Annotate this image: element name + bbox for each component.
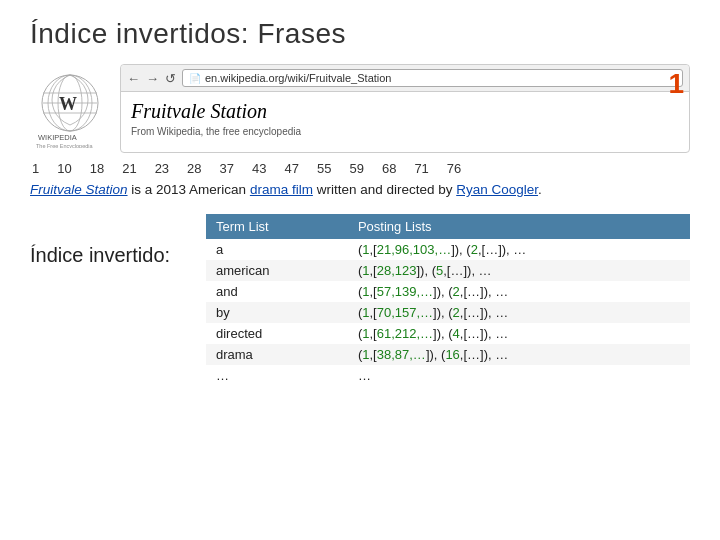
forward-button[interactable]: → (146, 71, 159, 86)
browser-content: Fruitvale Station From Wikipedia, the fr… (121, 92, 689, 152)
num-1: 1 (32, 161, 39, 176)
svg-text:W: W (59, 94, 77, 114)
wiki-article-subtitle: From Wikipedia, the free encyclopedia (131, 126, 679, 137)
table-row: american(1,[28,123]), (5,[…]), … (206, 260, 690, 281)
posting-cell: … (348, 365, 690, 386)
col-posting-lists: Posting Lists (348, 214, 690, 239)
num-37: 37 (220, 161, 234, 176)
term-cell: drama (206, 344, 348, 365)
position-numbers: 1 10 18 21 23 28 37 43 47 55 59 68 71 76 (30, 161, 690, 176)
num-18: 18 (90, 161, 104, 176)
num-47: 47 (285, 161, 299, 176)
posting-cell: (1,[28,123]), (5,[…]), … (348, 260, 690, 281)
num-55: 55 (317, 161, 331, 176)
num-43: 43 (252, 161, 266, 176)
num-10: 10 (57, 161, 71, 176)
browser-toolbar: ← → ↺ 📄 en.wikipedia.org/wiki/Fruitvale_… (121, 65, 689, 92)
back-button[interactable]: ← (127, 71, 140, 86)
browser-window: ← → ↺ 📄 en.wikipedia.org/wiki/Fruitvale_… (120, 64, 690, 153)
num-21: 21 (122, 161, 136, 176)
fruitvale-sentence: Fruitvale Station is a 2013 American dra… (30, 180, 690, 200)
term-cell: and (206, 281, 348, 302)
inverted-index-table: Term List Posting Lists a(1,[21,96,103,…… (206, 214, 690, 386)
num-59: 59 (349, 161, 363, 176)
term-cell: … (206, 365, 348, 386)
posting-cell: (1,[21,96,103,…]), (2,[…]), … (348, 239, 690, 260)
sentence-suffix: . (538, 182, 542, 197)
table-row: by(1,[70,157,…]), (2,[…]), … (206, 302, 690, 323)
wikipedia-logo: W WIKIPEDIA The Free Encyclopedia (30, 68, 110, 148)
term-cell: directed (206, 323, 348, 344)
num-76: 76 (447, 161, 461, 176)
num-68: 68 (382, 161, 396, 176)
sentence-mid1: is a 2013 American (128, 182, 250, 197)
url-bar[interactable]: 📄 en.wikipedia.org/wiki/Fruitvale_Statio… (182, 69, 683, 87)
posting-cell: (1,[57,139,…]), (2,[…]), … (348, 281, 690, 302)
svg-text:WIKIPEDIA: WIKIPEDIA (38, 133, 77, 142)
wiki-article-title: Fruitvale Station (131, 100, 679, 123)
posting-cell: (1,[70,157,…]), (2,[…]), … (348, 302, 690, 323)
term-cell: by (206, 302, 348, 323)
term-cell: a (206, 239, 348, 260)
sentence-mid2: written and directed by (313, 182, 456, 197)
num-71: 71 (414, 161, 428, 176)
url-text: en.wikipedia.org/wiki/Fruitvale_Station (205, 72, 391, 84)
drama-film-link[interactable]: drama film (250, 182, 313, 197)
term-cell: american (206, 260, 348, 281)
table-row: and(1,[57,139,…]), (2,[…]), … (206, 281, 690, 302)
page-title: Índice invertidos: Frases (30, 18, 690, 50)
col-term-list: Term List (206, 214, 348, 239)
ryan-coogler-link[interactable]: Ryan Coogler (456, 182, 538, 197)
num-28: 28 (187, 161, 201, 176)
svg-text:The Free Encyclopedia: The Free Encyclopedia (36, 143, 93, 148)
table-row: directed(1,[61,212,…]), (4,[…]), … (206, 323, 690, 344)
table-row: a(1,[21,96,103,…]), (2,[…]), … (206, 239, 690, 260)
refresh-button[interactable]: ↺ (165, 71, 176, 86)
posting-cell: (1,[61,212,…]), (4,[…]), … (348, 323, 690, 344)
indice-invertido-label: Índice invertido: (30, 244, 190, 267)
slide-number: 1 (668, 68, 684, 100)
table-row: drama(1,[38,87,…]), (16,[…]), … (206, 344, 690, 365)
url-favicon: 📄 (189, 73, 201, 84)
table-row: …… (206, 365, 690, 386)
posting-cell: (1,[38,87,…]), (16,[…]), … (348, 344, 690, 365)
fruitvale-link-italic[interactable]: Fruitvale Station (30, 182, 128, 197)
num-23: 23 (155, 161, 169, 176)
